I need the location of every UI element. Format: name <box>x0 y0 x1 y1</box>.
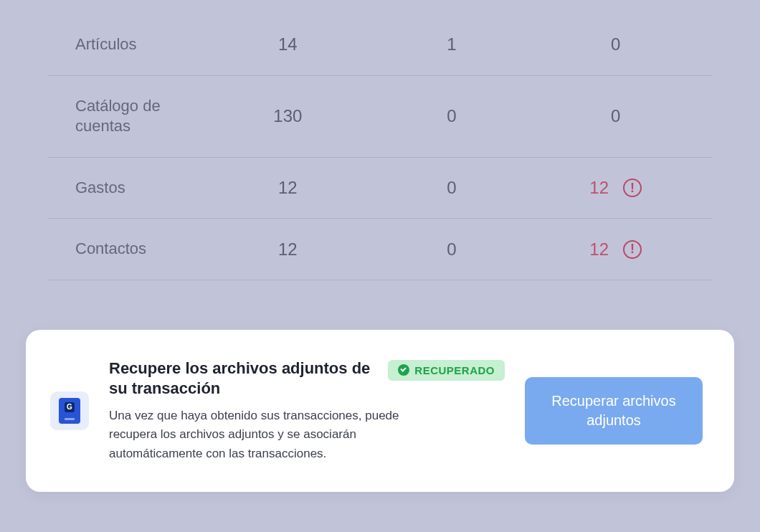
row-col3: 0 <box>611 106 620 126</box>
row-col3: 0 <box>611 34 620 54</box>
table-row: Contactos 12 0 12 <box>48 219 712 280</box>
row-col3: 12 <box>589 239 609 260</box>
row-col3-wrap: 12 <box>533 178 712 198</box>
card-header: Recupere los archivos adjuntos de su tra… <box>109 358 505 399</box>
card-body: Recupere los archivos adjuntos de su tra… <box>109 358 505 463</box>
card-title: Recupere los archivos adjuntos de su tra… <box>109 358 378 399</box>
table-row: Gastos 12 0 12 <box>48 158 712 219</box>
row-name: Catálogo de cuentas <box>48 96 206 137</box>
row-col1: 12 <box>206 239 370 260</box>
check-icon <box>398 364 409 376</box>
data-table: Artículos 14 1 0 Catálogo de cuentas 130… <box>48 0 712 280</box>
row-name: Gastos <box>48 178 206 199</box>
table-row: Artículos 14 1 0 <box>48 0 712 76</box>
row-col2: 0 <box>370 239 534 260</box>
recover-attachments-card: Recupere los archivos adjuntos de su tra… <box>26 330 734 492</box>
badge-text: RECUPERADO <box>414 364 495 376</box>
card-description: Una vez que haya obtenido sus transaccio… <box>109 407 417 463</box>
row-col2: 1 <box>370 34 534 54</box>
row-col3: 12 <box>589 178 609 198</box>
row-name: Artículos <box>48 34 206 55</box>
alert-icon <box>623 179 642 197</box>
table-row: Catálogo de cuentas 130 0 0 <box>48 76 712 158</box>
alert-icon <box>623 240 642 259</box>
row-col1: 12 <box>206 178 370 198</box>
row-col3-wrap: 12 <box>533 239 712 260</box>
row-col3-wrap: 0 <box>533 34 712 54</box>
app-icon <box>50 391 89 430</box>
row-col2: 0 <box>370 178 534 198</box>
card-action: Recuperar archivos adjuntos <box>525 377 703 445</box>
status-badge: RECUPERADO <box>388 360 505 381</box>
row-col3-wrap: 0 <box>533 106 712 126</box>
row-name: Contactos <box>48 239 206 260</box>
recover-attachments-button[interactable]: Recuperar archivos adjuntos <box>525 377 703 445</box>
row-col2: 0 <box>370 106 534 126</box>
row-col1: 14 <box>206 34 370 54</box>
row-col1: 130 <box>206 106 370 126</box>
